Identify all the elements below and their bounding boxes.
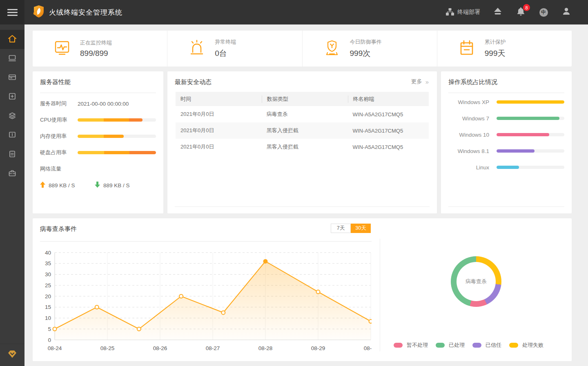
globe-icon: 中: [539, 8, 548, 17]
os-bar-row: Windows 8.1: [448, 143, 564, 159]
stat-value: 0台: [215, 48, 236, 59]
sitemap-icon: [446, 8, 454, 17]
svg-text:30: 30: [45, 271, 51, 277]
layers-icon: [8, 111, 17, 122]
stat-defense-events: 今日防御事件 999次: [302, 31, 437, 67]
archive-box-icon: [8, 73, 17, 83]
table-row: 2021年0月0日黑客入侵拦截WIN-A5A2G17CMQ5: [176, 122, 429, 139]
range-button-30天[interactable]: 30天: [351, 224, 371, 233]
svg-text:35: 35: [45, 260, 51, 266]
svg-text:08-27: 08-27: [206, 345, 220, 351]
download-speed: 889 KB / S: [95, 182, 144, 189]
clipboard-icon: [8, 149, 17, 160]
column-time: 时间: [176, 95, 262, 103]
sidebar-item-server[interactable]: [0, 68, 24, 87]
server-time-label: 服务器时间: [40, 100, 78, 107]
stat-label: 正在监控终端: [80, 39, 112, 47]
table-header: 时间 数据类型 终名称端: [176, 92, 429, 106]
performance-bar-row: CPU使用率: [40, 112, 156, 128]
main-content: 正在监控终端 899/899 异常终端 0台: [24, 24, 588, 366]
brand: 火绒终端安全管理系统: [33, 5, 122, 20]
plus-square-icon: [8, 92, 17, 102]
range-button-7天[interactable]: 7天: [331, 224, 351, 233]
panel-title: 操作系统占比情况: [441, 71, 572, 86]
stat-label: 异常终端: [215, 38, 236, 46]
panel-title: 病毒查杀事件: [40, 225, 77, 233]
virus-scan-donut-chart: 病毒查杀: [451, 256, 501, 307]
legend-swatch-icon: [394, 343, 403, 348]
user-menu-button[interactable]: [561, 7, 572, 18]
stat-label: 累计保护: [485, 38, 506, 46]
os-bar-row: Windows XP: [448, 94, 564, 110]
arrow-down-icon: [95, 182, 100, 189]
svg-text:20: 20: [45, 293, 51, 299]
server-time-value: 2021-00-00 00:00:00: [78, 101, 129, 107]
legend-item: 已信任: [472, 342, 501, 349]
stat-monitored-terminals: 正在监控终端 899/899: [33, 31, 167, 67]
shield-defense-icon: [324, 39, 340, 58]
app-title: 火绒终端安全管理系统: [49, 8, 122, 17]
donut-center-label: 病毒查杀: [466, 278, 487, 285]
notification-badge: 8: [523, 4, 530, 11]
server-time-row: 服务器时间 2021-00-00 00:00:00: [40, 95, 156, 112]
sidebar-gem-button[interactable]: [0, 344, 24, 366]
server-performance-panel: 服务器性能 服务器时间 2021-00-00 00:00:00 CPU使用率 内…: [33, 71, 163, 213]
stat-value: 999次: [350, 48, 382, 59]
stat-label: 今日防御事件: [350, 38, 382, 46]
stat-protection-days: 累计保护 999天: [437, 31, 572, 67]
monitor-pulse-icon: [54, 39, 70, 58]
monitor-icon: [8, 53, 17, 64]
table-row: 2021年0月0日病毒查杀WIN-A5A2G17CMQ5: [176, 106, 429, 122]
legend-swatch-icon: [509, 343, 518, 348]
svg-text:10: 10: [45, 315, 51, 321]
donut-legend: 暂不处理 已处理 已信任 处理失败: [394, 342, 543, 349]
legend-item: 处理失败: [509, 342, 543, 349]
svg-text:25: 25: [45, 282, 51, 288]
language-button[interactable]: 中: [538, 7, 549, 18]
os-bar-row: Linux: [448, 159, 564, 175]
sidebar-item-logs[interactable]: [0, 126, 24, 145]
svg-text:15: 15: [45, 304, 51, 310]
legend-item: 已处理: [436, 342, 465, 349]
upload-icon: [494, 8, 502, 17]
sidebar-item-home[interactable]: [0, 30, 24, 49]
os-bar-row: Windows 10: [448, 126, 564, 143]
svg-text:5: 5: [48, 326, 51, 332]
arrow-up-icon: [40, 182, 45, 189]
table-row: 2021年0月0日黑客入侵拦截WIN-A5A2G17CMQ5: [176, 139, 429, 155]
svg-text:08-24: 08-24: [48, 345, 62, 351]
svg-text:08-26: 08-26: [153, 345, 167, 351]
sidebar-item-tasks[interactable]: [0, 145, 24, 164]
panel-title: 服务器性能: [33, 71, 163, 86]
panel-icon: [8, 130, 17, 141]
terminal-deploy-label: 终端部署: [457, 9, 480, 16]
notifications-button[interactable]: 8: [515, 7, 526, 18]
upload-button[interactable]: [492, 7, 503, 18]
home-icon: [7, 34, 17, 45]
virus-scan-donut-section: 病毒查杀 暂不处理 已处理 已信任 处理失败: [380, 218, 572, 361]
sidebar-item-policies[interactable]: [0, 106, 24, 126]
more-link[interactable]: 更多 »: [411, 78, 429, 85]
virus-events-chart-section: 病毒查杀事件 7天30天 051015202530354008-2408-250…: [33, 218, 380, 361]
network-traffic-label: 网络流量: [40, 161, 156, 177]
terminal-deploy-button[interactable]: 终端部署: [446, 8, 480, 17]
gem-chevron-icon: [7, 350, 17, 360]
range-toggle: 7天30天: [331, 224, 371, 233]
legend-item: 暂不处理: [394, 342, 428, 349]
stat-abnormal-terminals: 异常终端 0台: [167, 31, 302, 67]
top-navbar: 火绒终端安全管理系统 终端部署: [0, 0, 588, 24]
svg-text:08-29: 08-29: [311, 345, 325, 351]
os-bar-row: Windows 7: [448, 110, 564, 126]
stats-card: 正在监控终端 899/899 异常终端 0台: [33, 31, 572, 67]
upload-speed: 889 KB / S: [40, 182, 89, 189]
svg-text:08-25: 08-25: [100, 345, 115, 351]
menu-toggle-button[interactable]: [0, 0, 24, 24]
sidebar-item-add[interactable]: [0, 87, 24, 106]
double-chevron-icon: »: [425, 78, 429, 85]
calendar-icon: [459, 39, 475, 58]
security-news-panel: 最新安全动态 更多 » 时间 数据类型 终名称端 2021年0月0日病毒查杀WI…: [167, 71, 437, 213]
toolbox-icon: [8, 169, 17, 179]
column-data-type: 数据类型: [262, 95, 348, 103]
sidebar-item-terminals[interactable]: [0, 49, 24, 68]
sidebar-item-toolbox[interactable]: [0, 164, 24, 183]
